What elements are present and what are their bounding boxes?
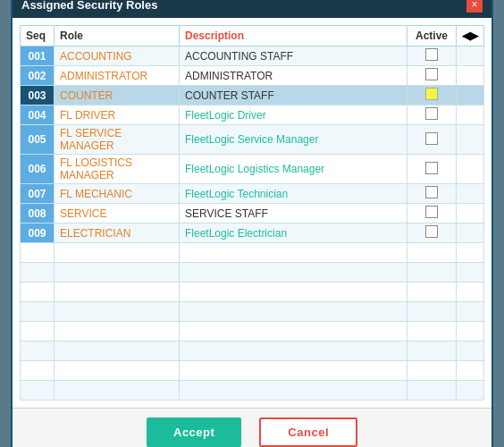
empty-row	[21, 243, 484, 263]
cancel-button[interactable]: Cancel	[259, 417, 357, 447]
active-cell[interactable]	[407, 125, 457, 155]
dialog-title: Assigned Security Roles	[21, 0, 157, 12]
col-role: Role	[55, 26, 180, 46]
active-cell[interactable]	[407, 204, 457, 224]
description-cell: SERVICE STAFF	[180, 204, 407, 224]
col-arrow: ◀▶	[457, 26, 484, 46]
active-checkbox[interactable]	[425, 225, 438, 238]
assigned-security-roles-dialog: Assigned Security Roles × Seq Role Descr…	[11, 0, 493, 447]
description-cell: FleetLogic Logistics Manager	[180, 155, 407, 184]
description-cell: ADMINISTRATOR	[180, 66, 407, 86]
seq-cell: 007	[21, 184, 55, 204]
roles-table: Seq Role Description Active ◀▶ 001ACCOUN…	[20, 25, 484, 401]
footer: Accept Cancel	[13, 408, 491, 447]
table-row[interactable]: 004FL DRIVERFleetLogic Driver	[21, 105, 484, 125]
description-cell: COUNTER STAFF	[180, 86, 407, 105]
seq-cell: 009	[21, 224, 55, 243]
active-checkbox[interactable]	[425, 186, 438, 198]
arrow-cell	[457, 105, 484, 125]
table-row[interactable]: 001ACCOUNTINGACCOUNTING STAFF	[21, 46, 484, 66]
table-container: Seq Role Description Active ◀▶ 001ACCOUN…	[13, 18, 491, 408]
role-cell: ELECTRICIAN	[55, 224, 180, 243]
active-checkbox[interactable]	[425, 132, 438, 145]
table-row[interactable]: 003COUNTERCOUNTER STAFF	[21, 86, 484, 105]
role-cell: SERVICE	[55, 204, 180, 224]
empty-row	[21, 322, 484, 342]
active-cell[interactable]	[407, 155, 457, 184]
col-active: Active	[407, 26, 457, 46]
table-row[interactable]: 006FL LOGISTICS MANAGERFleetLogic Logist…	[21, 155, 484, 184]
description-cell: FleetLogic Electrician	[180, 224, 407, 243]
arrow-cell	[457, 46, 484, 66]
active-checkbox[interactable]	[425, 48, 438, 61]
arrow-cell	[457, 125, 484, 155]
active-cell[interactable]	[407, 105, 457, 125]
table-row[interactable]: 007FL MECHANICFleetLogic Technician	[21, 184, 484, 204]
empty-row	[21, 381, 484, 401]
table-row[interactable]: 009ELECTRICIANFleetLogic Electrician	[21, 224, 484, 243]
col-seq: Seq	[21, 26, 55, 46]
active-checkbox[interactable]	[425, 107, 438, 120]
active-checkbox[interactable]	[425, 162, 438, 174]
arrow-cell	[457, 155, 484, 184]
active-checkbox[interactable]	[425, 206, 438, 218]
active-cell[interactable]	[407, 224, 457, 243]
role-cell: FL DRIVER	[55, 105, 180, 125]
empty-row	[21, 283, 484, 302]
role-cell: FL LOGISTICS MANAGER	[55, 155, 180, 184]
seq-cell: 003	[21, 86, 55, 105]
seq-cell: 004	[21, 105, 55, 125]
empty-row	[21, 342, 484, 361]
close-button[interactable]: ×	[466, 0, 483, 13]
col-description: Description	[180, 26, 407, 46]
arrow-cell	[457, 184, 484, 204]
role-cell: COUNTER	[55, 86, 180, 105]
seq-cell: 005	[21, 125, 55, 155]
seq-cell: 001	[21, 46, 55, 66]
arrow-cell	[457, 204, 484, 224]
empty-row	[21, 361, 484, 381]
table-header-row: Seq Role Description Active ◀▶	[21, 26, 484, 46]
active-cell[interactable]	[407, 46, 457, 66]
active-cell[interactable]	[407, 66, 457, 86]
active-checkbox[interactable]	[425, 68, 438, 80]
table-row[interactable]: 008SERVICESERVICE STAFF	[21, 204, 484, 224]
title-bar: Assigned Security Roles ×	[13, 0, 491, 18]
table-row[interactable]: 005FL SERVICE MANAGERFleetLogic Service …	[21, 125, 484, 155]
arrow-cell	[457, 224, 484, 243]
description-cell: FleetLogic Technician	[180, 184, 407, 204]
role-cell: ADMINISTRATOR	[55, 66, 180, 86]
role-cell: FL SERVICE MANAGER	[55, 125, 180, 155]
active-checkbox[interactable]	[425, 88, 438, 100]
description-cell: ACCOUNTING STAFF	[180, 46, 407, 66]
seq-cell: 002	[21, 66, 55, 86]
empty-row	[21, 263, 484, 283]
role-cell: ACCOUNTING	[55, 46, 180, 66]
empty-row	[21, 302, 484, 322]
arrow-cell	[457, 86, 484, 105]
table-row[interactable]: 002ADMINISTRATORADMINISTRATOR	[21, 66, 484, 86]
description-cell: FleetLogic Driver	[180, 105, 407, 125]
seq-cell: 008	[21, 204, 55, 224]
role-cell: FL MECHANIC	[55, 184, 180, 204]
description-cell: FleetLogic Service Manager	[180, 125, 407, 155]
seq-cell: 006	[21, 155, 55, 184]
arrow-cell	[457, 66, 484, 86]
active-cell[interactable]	[407, 184, 457, 204]
accept-button[interactable]: Accept	[147, 417, 241, 447]
active-cell[interactable]	[407, 86, 457, 105]
